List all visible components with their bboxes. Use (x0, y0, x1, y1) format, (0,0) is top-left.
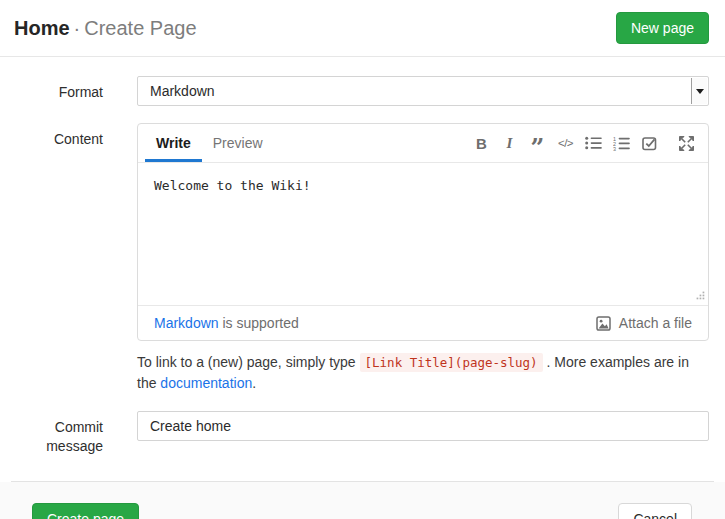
supported-text: is supported (219, 315, 299, 331)
content-row: Content Write Preview B I ” </> (0, 123, 725, 393)
attach-file-button[interactable]: Attach a file (596, 315, 692, 331)
editor-toolbar: Write Preview B I ” </> (138, 124, 708, 163)
bold-icon[interactable]: B (472, 132, 491, 154)
format-row: Format Markdown (0, 76, 725, 106)
page-subtitle: Create Page (84, 17, 196, 39)
markdown-help-link[interactable]: Markdown (154, 315, 219, 331)
commit-message-input[interactable] (137, 411, 709, 441)
editor-tabs: Write Preview (145, 124, 274, 162)
svg-text:3: 3 (613, 145, 616, 150)
cancel-button[interactable]: Cancel (618, 503, 692, 519)
wiki-create-page: Home·Create Page New page Format Markdow… (0, 0, 725, 519)
page-title: Home (14, 17, 70, 39)
commit-message-label: Commit message (0, 411, 103, 456)
create-page-form: Format Markdown Content Write Preview (0, 57, 725, 456)
breadcrumb-separator: · (74, 17, 81, 39)
content-label: Content (0, 123, 103, 149)
italic-icon[interactable]: I (500, 132, 519, 154)
content-textarea[interactable]: Welcome to the Wiki! (138, 163, 708, 305)
chevron-down-icon[interactable] (691, 78, 707, 104)
resize-grip-icon[interactable] (694, 287, 705, 303)
helper-text-before: To link to a (new) page, simply type (137, 354, 360, 370)
image-icon (596, 316, 612, 331)
markdown-supported-note: Markdown is supported (154, 315, 299, 331)
fullscreen-icon[interactable] (677, 132, 696, 154)
editor-footer: Markdown is supported Attach a file (138, 305, 708, 340)
documentation-link[interactable]: documentation (160, 375, 252, 391)
page-header: Home·Create Page New page (0, 0, 725, 57)
markdown-editor: Write Preview B I ” </> (137, 123, 709, 341)
tab-preview[interactable]: Preview (202, 124, 274, 162)
attach-file-label: Attach a file (619, 315, 692, 331)
code-icon[interactable]: </> (556, 132, 575, 154)
create-page-button[interactable]: Create page (32, 503, 139, 519)
link-helper-text: To link to a (new) page, simply type [Li… (137, 352, 709, 393)
ordered-list-icon[interactable]: 1 2 3 (612, 132, 631, 154)
format-select-value: Markdown (150, 83, 215, 99)
editor-toolbar-icons: B I ” </> (463, 124, 696, 162)
new-page-button[interactable]: New page (616, 12, 709, 44)
quote-icon[interactable]: ” (528, 132, 547, 154)
helper-period: . (252, 375, 256, 391)
form-actions: Create page Cancel (0, 482, 725, 519)
inline-code-sample: [Link Title](page-slug) (360, 353, 543, 372)
commit-row: Commit message (0, 411, 725, 456)
breadcrumb: Home·Create Page (14, 17, 197, 40)
tab-write[interactable]: Write (145, 124, 202, 162)
format-label: Format (0, 76, 103, 102)
editor-body: Welcome to the Wiki! (138, 163, 708, 305)
unordered-list-icon[interactable] (584, 132, 603, 154)
format-select[interactable]: Markdown (137, 76, 709, 106)
task-list-icon[interactable] (640, 132, 659, 154)
